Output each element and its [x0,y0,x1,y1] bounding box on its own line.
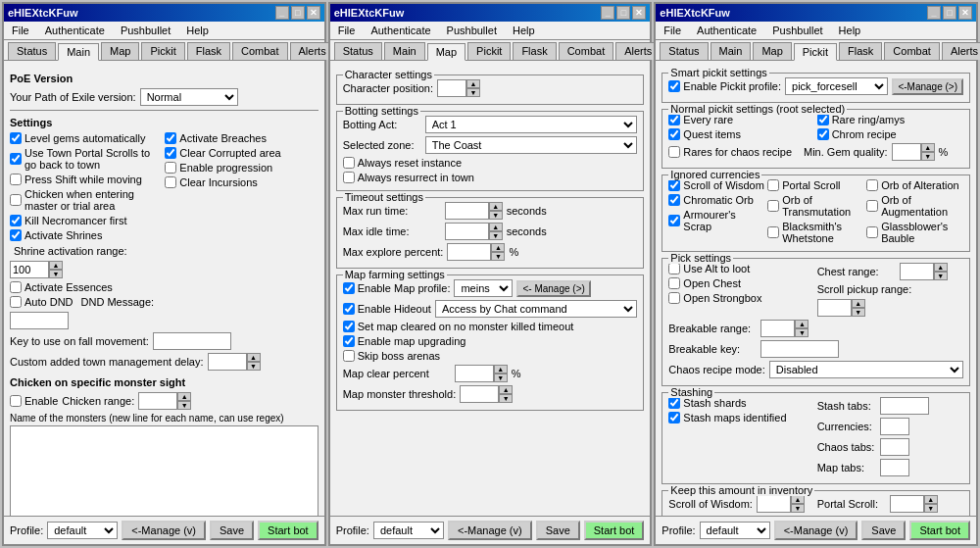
cb-portal-scroll[interactable]: Portal Scroll [767,179,840,191]
cb-corrupted[interactable]: Clear Corrupted area [165,147,280,159]
cb-use-alt[interactable]: Use Alt to loot [668,263,750,274]
save-btn-3[interactable]: Save [861,521,906,540]
key-field[interactable]: mouse_left [153,332,231,350]
chest-range-field[interactable]: 40 [900,263,934,280]
cb-essences[interactable]: Activate Essences [10,281,113,293]
tab-alerts-3[interactable]: Alerts [942,42,980,60]
cb-chicken-enable[interactable]: Enable [10,395,58,407]
min-gem-down[interactable]: ▼ [921,152,935,161]
manage-btn-3[interactable]: <-Manage (v) [774,521,858,540]
tab-combat-1[interactable]: Combat [232,42,288,60]
cb-alteration[interactable]: Orb of Alteration [866,179,959,191]
close-btn-1[interactable]: ✕ [307,6,320,20]
close-btn-2[interactable]: ✕ [632,6,646,20]
breakable-range-field[interactable]: 0 [760,320,795,337]
delay-down[interactable]: ▼ [247,362,261,371]
char-pos-up[interactable]: ▲ [466,79,480,88]
menu-push-3[interactable]: Pushbullet [768,24,826,37]
tab-pickit-2[interactable]: Pickit [467,42,511,60]
pickit-profile-select[interactable]: pick_forcesell [785,77,888,95]
tab-combat-3[interactable]: Combat [884,42,940,60]
cb-enable-pickit[interactable]: Enable Pickit profile: [668,80,781,92]
manage-pickit-btn[interactable]: <-Manage (>) [892,78,963,95]
map-monster-down[interactable]: ▼ [499,394,513,403]
menu-auth-2[interactable]: Authenticate [367,24,434,37]
cb-whetstone[interactable]: Blacksmith's Whetstone [767,221,864,244]
tab-main-2[interactable]: Main [384,42,425,60]
chaos-tabs-field[interactable]: 3,4 [880,438,909,456]
poe-version-select[interactable]: Normal [140,88,238,106]
dnd-message-field[interactable] [10,312,69,329]
cb-transmutation[interactable]: Orb of Transmutation [767,194,864,218]
currencies-field[interactable]: 4 [880,418,909,435]
max-run-up[interactable]: ▲ [489,202,503,211]
cb-progression[interactable]: Enable progression [165,162,272,174]
cb-press-shift[interactable]: Press Shift while moving [10,174,142,185]
menu-file-2[interactable]: File [334,24,360,37]
minimize-btn-1[interactable]: _ [275,6,289,20]
cb-enable-map[interactable]: Enable Map profile: [343,282,451,294]
botting-act-select[interactable]: Act 1 [425,116,638,133]
shrine-range-field[interactable] [10,261,49,278]
save-btn-1[interactable]: Save [210,521,254,540]
minimize-btn-2[interactable]: _ [601,6,614,20]
cb-town-portal[interactable]: Use Town Portal Scrolls to go back to to… [10,147,163,171]
manage-btn-1[interactable]: <-Manage (v) [122,521,206,540]
map-clear-field[interactable]: 90 [455,365,494,382]
map-profile-select[interactable]: meins [454,279,513,297]
char-pos-field[interactable]: 1 [437,79,466,97]
menu-push-1[interactable]: Pushbullet [117,24,174,37]
max-explore-down[interactable]: ▼ [491,252,505,261]
map-monster-field[interactable]: 5 [460,385,499,403]
tab-combat-2[interactable]: Combat [559,42,614,60]
cb-hideout[interactable]: Enable Hideout [343,303,431,315]
menu-help-2[interactable]: Help [509,24,539,37]
cb-bauble[interactable]: Glassblower's Bauble [866,221,963,244]
tab-map-1[interactable]: Map [101,42,139,60]
manage-map-btn[interactable]: <- Manage (>) [516,280,590,297]
start-bot-btn-2[interactable]: Start bot [584,521,645,540]
monsters-textarea[interactable] [10,425,318,516]
cb-quest[interactable]: Quest items [668,128,741,140]
menu-file-3[interactable]: File [660,24,685,37]
profile-select-3[interactable]: default [700,522,770,539]
scroll-up[interactable]: ▲ [852,299,865,308]
cb-chicken-master[interactable]: Chicken when entering master or trial ar… [10,188,163,212]
profile-select-2[interactable]: default [373,522,444,539]
tab-main-3[interactable]: Main [710,42,752,60]
breakable-key-field[interactable]: mouse_right [760,340,839,358]
cb-reset[interactable]: Always reset instance [343,157,462,169]
cb-rare-ring[interactable]: Rare ring/amys [817,114,906,125]
tab-flask-3[interactable]: Flask [839,42,882,60]
delay-field[interactable]: 400 [208,353,247,371]
max-explore-field[interactable]: 100 [447,243,491,261]
minimize-btn-3[interactable]: _ [927,6,941,20]
map-clear-up[interactable]: ▲ [494,365,508,374]
tab-flask-1[interactable]: Flask [187,42,230,60]
char-pos-down[interactable]: ▼ [466,88,480,97]
breakable-down[interactable]: ▼ [795,328,808,337]
cb-chrom[interactable]: Chrom recipe [817,128,897,140]
stash-tabs-field[interactable]: 1,2,3,4 [880,397,929,415]
portal-scroll-up[interactable]: ▲ [924,495,938,504]
tab-flask-2[interactable]: Flask [513,42,556,60]
tab-status-2[interactable]: Status [334,42,382,60]
cb-armourers[interactable]: Armourer's Scrap [668,209,765,232]
portal-scroll-field[interactable]: 40 [890,495,924,513]
start-bot-btn-1[interactable]: Start bot [258,521,318,540]
menu-help-1[interactable]: Help [182,24,213,37]
menu-push-2[interactable]: Pushbullet [443,24,501,37]
menu-auth-3[interactable]: Authenticate [693,24,760,37]
cb-incursions[interactable]: Clear Incursions [165,176,257,188]
max-run-field[interactable]: 1000 [445,202,489,220]
min-gem-field[interactable]: 10 [892,143,921,161]
cb-stash-shards[interactable]: Stash shards [668,397,746,409]
tab-status-1[interactable]: Status [8,42,56,60]
max-explore-up[interactable]: ▲ [491,243,505,252]
cb-open-chest[interactable]: Open Chest [668,277,741,289]
chicken-up[interactable]: ▲ [177,392,191,401]
chest-up[interactable]: ▲ [934,263,948,272]
menu-auth-1[interactable]: Authenticate [41,24,109,37]
cb-rares-chaos[interactable]: Rares for chaos recipe [668,146,792,158]
profile-select-1[interactable]: default [47,522,118,539]
